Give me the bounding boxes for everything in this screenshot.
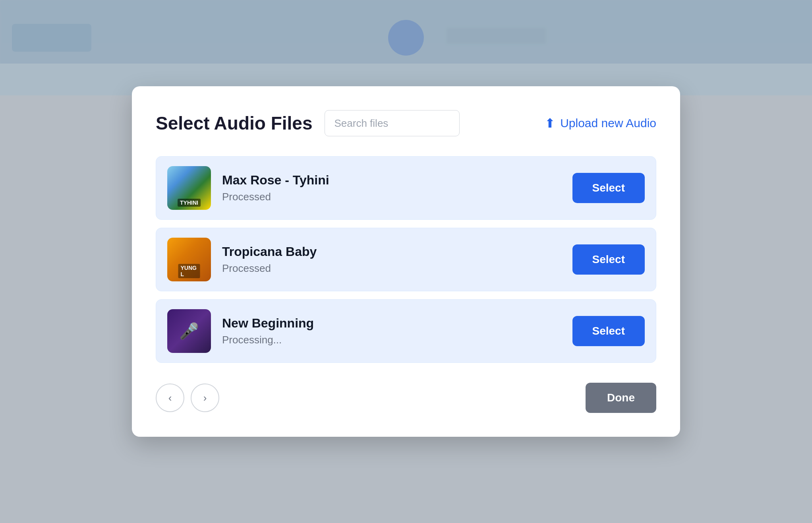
thumbnail-image-tyhini (167, 166, 211, 210)
audio-name-tropicana: Tropicana Baby (222, 244, 317, 259)
audio-info: New Beginning Processing... (167, 309, 314, 353)
audio-thumbnail-tropicana (167, 238, 211, 281)
select-button-tropicana[interactable]: Select (572, 244, 645, 275)
select-button-newbeginning[interactable]: Select (572, 316, 645, 346)
audio-info: Max Rose - Tyhini Processed (167, 166, 329, 210)
modal-header: Select Audio Files ⬆ Upload new Audio (156, 110, 656, 136)
upload-new-audio-button[interactable]: ⬆ Upload new Audio (545, 116, 656, 131)
audio-status-newbeginning: Processing... (222, 334, 314, 346)
audio-status-tyhini: Processed (222, 191, 329, 203)
audio-text-tyhini: Max Rose - Tyhini Processed (222, 173, 329, 203)
audio-item-tropicana: Tropicana Baby Processed Select (156, 228, 656, 291)
audio-name-newbeginning: New Beginning (222, 316, 314, 331)
audio-status-tropicana: Processed (222, 262, 317, 275)
thumbnail-image-tropicana (167, 238, 211, 281)
modal-footer: ‹ › Done (156, 383, 656, 413)
next-page-button[interactable]: › (191, 384, 219, 412)
upload-icon: ⬆ (545, 116, 555, 131)
thumbnail-image-newbeginning (167, 309, 211, 353)
select-audio-modal: Select Audio Files ⬆ Upload new Audio Ma… (132, 86, 680, 437)
modal-title: Select Audio Files (156, 112, 313, 134)
audio-item-newbeginning: New Beginning Processing... Select (156, 299, 656, 363)
done-button[interactable]: Done (586, 383, 656, 413)
modal-title-group: Select Audio Files (156, 110, 460, 136)
prev-page-button[interactable]: ‹ (156, 384, 184, 412)
audio-list: Max Rose - Tyhini Processed Select Tropi… (156, 156, 656, 363)
select-button-tyhini[interactable]: Select (572, 173, 645, 203)
audio-thumbnail-newbeginning (167, 309, 211, 353)
search-input[interactable] (325, 110, 460, 136)
audio-thumbnail-tyhini (167, 166, 211, 210)
upload-button-label: Upload new Audio (560, 116, 656, 130)
audio-text-newbeginning: New Beginning Processing... (222, 316, 314, 346)
audio-item-tyhini: Max Rose - Tyhini Processed Select (156, 156, 656, 220)
audio-text-tropicana: Tropicana Baby Processed (222, 244, 317, 275)
pagination: ‹ › (156, 384, 219, 412)
audio-info: Tropicana Baby Processed (167, 238, 317, 281)
audio-name-tyhini: Max Rose - Tyhini (222, 173, 329, 188)
